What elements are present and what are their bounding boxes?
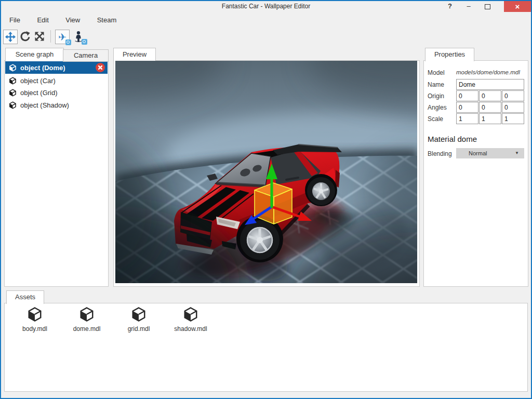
angles-label: Angles	[428, 104, 447, 111]
cube-icon	[183, 307, 198, 322]
delete-object-button[interactable]	[96, 63, 105, 72]
name-label: Name	[428, 81, 444, 88]
menu-bar: File Edit View Steam	[2, 15, 124, 26]
angles-z-field[interactable]	[502, 102, 524, 113]
asset-label: shadow.mdl	[165, 325, 217, 332]
toolbar-separator	[50, 30, 51, 43]
scale-label: Scale	[428, 115, 443, 123]
maximize-button[interactable]	[478, 1, 497, 12]
minimize-button[interactable]: –	[459, 1, 478, 12]
tab-preview[interactable]: Preview	[113, 48, 156, 61]
tab-properties[interactable]: Properties	[425, 48, 474, 61]
cube-icon	[9, 89, 17, 97]
scale-y-field[interactable]	[479, 113, 501, 124]
menu-steam[interactable]: Steam	[90, 15, 124, 25]
angles-x-field[interactable]	[456, 102, 478, 113]
blending-value: Normal	[469, 150, 487, 156]
preview-viewport[interactable]	[115, 61, 417, 283]
origin-x-field[interactable]	[456, 90, 478, 101]
rotate-tool-icon	[19, 31, 31, 42]
asset-item-grid[interactable]: grid.mdl	[113, 307, 165, 332]
model-label: Model	[428, 69, 445, 76]
cube-icon	[131, 307, 147, 322]
asset-label: body.mdl	[9, 325, 61, 332]
cube-icon	[79, 307, 95, 322]
person-tool-badge-icon	[82, 39, 87, 45]
origin-z-field[interactable]	[502, 90, 524, 101]
gizmo-cube[interactable]	[255, 183, 292, 224]
asset-label: grid.mdl	[113, 325, 165, 332]
asset-item-shadow[interactable]: shadow.mdl	[165, 307, 217, 332]
cube-icon	[9, 64, 17, 72]
model-value: models/dome/dome.mdl	[456, 69, 520, 75]
scene-item-label: object (Car)	[20, 77, 56, 85]
origin-y-field[interactable]	[479, 90, 501, 101]
cube-icon	[9, 77, 17, 85]
menu-edit[interactable]: Edit	[30, 15, 56, 25]
close-button[interactable]: ×	[504, 1, 531, 12]
blending-label: Blending	[428, 150, 452, 157]
scale-tool-button[interactable]	[33, 30, 46, 43]
properties-panel: Model models/dome/dome.mdl Name Origin A…	[423, 60, 528, 287]
cube-icon	[27, 307, 43, 322]
scene-item-car[interactable]: object (Car)	[5, 74, 108, 87]
scene-item-shadow[interactable]: object (Shadow)	[5, 99, 108, 111]
help-button[interactable]: ?	[441, 1, 459, 12]
application-window: Fantastic Car - Wallpaper Editor ? – × F…	[0, 0, 532, 399]
assets-panel: body.mdl dome.mdl grid.mdl sh	[4, 303, 528, 392]
menu-view[interactable]: View	[58, 15, 87, 25]
maximize-icon	[485, 4, 490, 9]
scene-item-dome[interactable]: object (Dome)	[5, 61, 108, 74]
airplane-tool-badge-icon	[65, 39, 71, 45]
scene-item-label: object (Grid)	[20, 89, 58, 97]
name-field[interactable]	[456, 79, 524, 90]
chevron-down-icon: ▼	[515, 148, 519, 158]
asset-item-dome[interactable]: dome.mdl	[61, 307, 113, 332]
tab-assets[interactable]: Assets	[6, 290, 44, 304]
person-tool-button[interactable]	[72, 30, 85, 43]
airplane-tool-button[interactable]: ✈	[55, 30, 70, 44]
delete-x-icon	[98, 65, 103, 70]
tab-scene-graph[interactable]: Scene graph	[5, 48, 64, 61]
scene-item-label: object (Dome)	[20, 64, 65, 72]
move-tool-button[interactable]	[3, 30, 18, 44]
rotate-tool-button[interactable]	[18, 30, 32, 43]
asset-item-body[interactable]: body.mdl	[9, 307, 61, 332]
angles-y-field[interactable]	[479, 102, 501, 113]
cube-icon	[9, 101, 17, 109]
material-heading: Material dome	[428, 135, 477, 143]
scale-tool-icon	[34, 31, 45, 42]
blending-dropdown[interactable]: Normal ▼	[456, 148, 524, 158]
title-bar[interactable]: Fantastic Car - Wallpaper Editor ? – ×	[1, 1, 531, 12]
scene-item-grid[interactable]: object (Grid)	[5, 86, 108, 99]
asset-label: dome.mdl	[61, 325, 113, 332]
move-tool-icon	[5, 31, 16, 43]
origin-label: Origin	[428, 92, 444, 100]
scene-graph-panel: object (Dome) object (Car) object (Grid)	[4, 60, 109, 287]
menu-file[interactable]: File	[2, 15, 28, 25]
scene-item-label: object (Shadow)	[20, 101, 69, 109]
scale-x-field[interactable]	[456, 113, 478, 124]
scale-z-field[interactable]	[502, 113, 524, 124]
tab-camera[interactable]: Camera	[63, 49, 109, 62]
